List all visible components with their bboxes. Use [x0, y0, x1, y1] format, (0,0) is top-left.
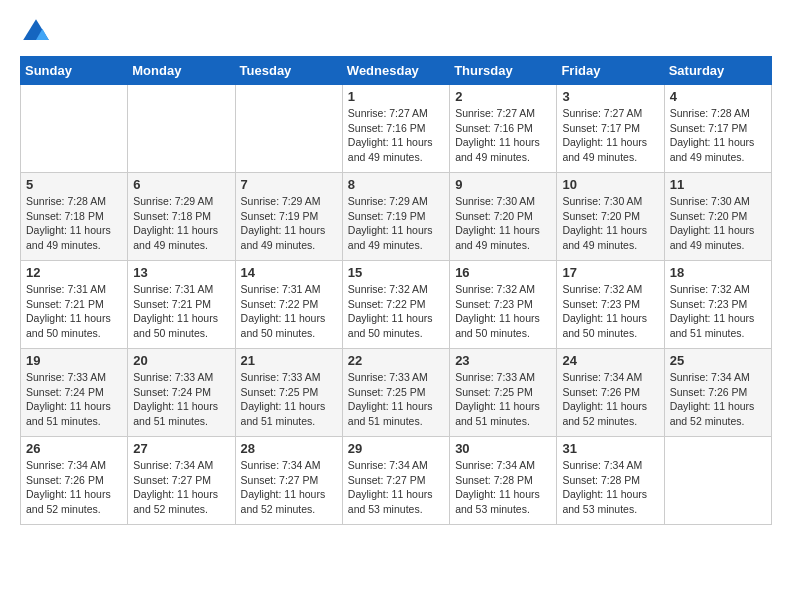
- day-number: 18: [670, 265, 766, 280]
- day-number: 27: [133, 441, 229, 456]
- day-number: 12: [26, 265, 122, 280]
- day-info: Sunrise: 7:27 AM Sunset: 7:16 PM Dayligh…: [348, 106, 444, 165]
- day-number: 3: [562, 89, 658, 104]
- calendar-week-row: 19Sunrise: 7:33 AM Sunset: 7:24 PM Dayli…: [21, 349, 772, 437]
- calendar-cell: 25Sunrise: 7:34 AM Sunset: 7:26 PM Dayli…: [664, 349, 771, 437]
- day-number: 23: [455, 353, 551, 368]
- calendar-week-row: 12Sunrise: 7:31 AM Sunset: 7:21 PM Dayli…: [21, 261, 772, 349]
- calendar-cell: 11Sunrise: 7:30 AM Sunset: 7:20 PM Dayli…: [664, 173, 771, 261]
- day-info: Sunrise: 7:34 AM Sunset: 7:28 PM Dayligh…: [455, 458, 551, 517]
- calendar-cell: 9Sunrise: 7:30 AM Sunset: 7:20 PM Daylig…: [450, 173, 557, 261]
- calendar-cell: 4Sunrise: 7:28 AM Sunset: 7:17 PM Daylig…: [664, 85, 771, 173]
- day-number: 30: [455, 441, 551, 456]
- day-number: 15: [348, 265, 444, 280]
- day-number: 10: [562, 177, 658, 192]
- calendar-cell: 1Sunrise: 7:27 AM Sunset: 7:16 PM Daylig…: [342, 85, 449, 173]
- calendar-cell: [235, 85, 342, 173]
- day-number: 1: [348, 89, 444, 104]
- day-number: 31: [562, 441, 658, 456]
- calendar-cell: 5Sunrise: 7:28 AM Sunset: 7:18 PM Daylig…: [21, 173, 128, 261]
- day-info: Sunrise: 7:28 AM Sunset: 7:18 PM Dayligh…: [26, 194, 122, 253]
- calendar-cell: 21Sunrise: 7:33 AM Sunset: 7:25 PM Dayli…: [235, 349, 342, 437]
- calendar-cell: 30Sunrise: 7:34 AM Sunset: 7:28 PM Dayli…: [450, 437, 557, 525]
- logo-icon: [20, 16, 52, 48]
- calendar-cell: 7Sunrise: 7:29 AM Sunset: 7:19 PM Daylig…: [235, 173, 342, 261]
- day-number: 16: [455, 265, 551, 280]
- calendar-cell: 16Sunrise: 7:32 AM Sunset: 7:23 PM Dayli…: [450, 261, 557, 349]
- calendar-cell: 27Sunrise: 7:34 AM Sunset: 7:27 PM Dayli…: [128, 437, 235, 525]
- calendar-cell: 29Sunrise: 7:34 AM Sunset: 7:27 PM Dayli…: [342, 437, 449, 525]
- day-header-sunday: Sunday: [21, 57, 128, 85]
- day-header-thursday: Thursday: [450, 57, 557, 85]
- calendar-week-row: 26Sunrise: 7:34 AM Sunset: 7:26 PM Dayli…: [21, 437, 772, 525]
- day-number: 26: [26, 441, 122, 456]
- day-header-saturday: Saturday: [664, 57, 771, 85]
- calendar-header-row: SundayMondayTuesdayWednesdayThursdayFrid…: [21, 57, 772, 85]
- day-number: 6: [133, 177, 229, 192]
- calendar-cell: 15Sunrise: 7:32 AM Sunset: 7:22 PM Dayli…: [342, 261, 449, 349]
- day-info: Sunrise: 7:31 AM Sunset: 7:21 PM Dayligh…: [133, 282, 229, 341]
- calendar-cell: [128, 85, 235, 173]
- day-number: 21: [241, 353, 337, 368]
- calendar-cell: 19Sunrise: 7:33 AM Sunset: 7:24 PM Dayli…: [21, 349, 128, 437]
- day-info: Sunrise: 7:34 AM Sunset: 7:27 PM Dayligh…: [241, 458, 337, 517]
- day-info: Sunrise: 7:31 AM Sunset: 7:22 PM Dayligh…: [241, 282, 337, 341]
- day-number: 28: [241, 441, 337, 456]
- day-info: Sunrise: 7:31 AM Sunset: 7:21 PM Dayligh…: [26, 282, 122, 341]
- day-info: Sunrise: 7:29 AM Sunset: 7:18 PM Dayligh…: [133, 194, 229, 253]
- day-number: 2: [455, 89, 551, 104]
- day-info: Sunrise: 7:33 AM Sunset: 7:25 PM Dayligh…: [455, 370, 551, 429]
- calendar-cell: 3Sunrise: 7:27 AM Sunset: 7:17 PM Daylig…: [557, 85, 664, 173]
- day-number: 11: [670, 177, 766, 192]
- day-number: 20: [133, 353, 229, 368]
- day-number: 13: [133, 265, 229, 280]
- day-info: Sunrise: 7:29 AM Sunset: 7:19 PM Dayligh…: [241, 194, 337, 253]
- day-header-monday: Monday: [128, 57, 235, 85]
- day-info: Sunrise: 7:27 AM Sunset: 7:16 PM Dayligh…: [455, 106, 551, 165]
- day-number: 4: [670, 89, 766, 104]
- logo: [20, 16, 56, 48]
- day-info: Sunrise: 7:29 AM Sunset: 7:19 PM Dayligh…: [348, 194, 444, 253]
- day-header-tuesday: Tuesday: [235, 57, 342, 85]
- day-info: Sunrise: 7:32 AM Sunset: 7:23 PM Dayligh…: [562, 282, 658, 341]
- day-info: Sunrise: 7:33 AM Sunset: 7:25 PM Dayligh…: [241, 370, 337, 429]
- page-header: [20, 16, 772, 48]
- day-info: Sunrise: 7:34 AM Sunset: 7:28 PM Dayligh…: [562, 458, 658, 517]
- day-info: Sunrise: 7:34 AM Sunset: 7:27 PM Dayligh…: [348, 458, 444, 517]
- day-info: Sunrise: 7:34 AM Sunset: 7:26 PM Dayligh…: [26, 458, 122, 517]
- calendar-cell: 20Sunrise: 7:33 AM Sunset: 7:24 PM Dayli…: [128, 349, 235, 437]
- day-number: 8: [348, 177, 444, 192]
- calendar-cell: 8Sunrise: 7:29 AM Sunset: 7:19 PM Daylig…: [342, 173, 449, 261]
- day-number: 17: [562, 265, 658, 280]
- calendar-cell: 26Sunrise: 7:34 AM Sunset: 7:26 PM Dayli…: [21, 437, 128, 525]
- calendar-cell: 12Sunrise: 7:31 AM Sunset: 7:21 PM Dayli…: [21, 261, 128, 349]
- day-number: 5: [26, 177, 122, 192]
- day-number: 9: [455, 177, 551, 192]
- day-info: Sunrise: 7:30 AM Sunset: 7:20 PM Dayligh…: [562, 194, 658, 253]
- day-number: 14: [241, 265, 337, 280]
- calendar-cell: 18Sunrise: 7:32 AM Sunset: 7:23 PM Dayli…: [664, 261, 771, 349]
- calendar-cell: 24Sunrise: 7:34 AM Sunset: 7:26 PM Dayli…: [557, 349, 664, 437]
- calendar-cell: 10Sunrise: 7:30 AM Sunset: 7:20 PM Dayli…: [557, 173, 664, 261]
- calendar-week-row: 1Sunrise: 7:27 AM Sunset: 7:16 PM Daylig…: [21, 85, 772, 173]
- calendar-cell: 13Sunrise: 7:31 AM Sunset: 7:21 PM Dayli…: [128, 261, 235, 349]
- day-info: Sunrise: 7:30 AM Sunset: 7:20 PM Dayligh…: [455, 194, 551, 253]
- day-info: Sunrise: 7:30 AM Sunset: 7:20 PM Dayligh…: [670, 194, 766, 253]
- day-header-friday: Friday: [557, 57, 664, 85]
- day-number: 22: [348, 353, 444, 368]
- day-info: Sunrise: 7:34 AM Sunset: 7:27 PM Dayligh…: [133, 458, 229, 517]
- calendar-table: SundayMondayTuesdayWednesdayThursdayFrid…: [20, 56, 772, 525]
- calendar-cell: 17Sunrise: 7:32 AM Sunset: 7:23 PM Dayli…: [557, 261, 664, 349]
- day-info: Sunrise: 7:32 AM Sunset: 7:22 PM Dayligh…: [348, 282, 444, 341]
- calendar-cell: [664, 437, 771, 525]
- day-number: 25: [670, 353, 766, 368]
- day-info: Sunrise: 7:33 AM Sunset: 7:24 PM Dayligh…: [26, 370, 122, 429]
- calendar-cell: 2Sunrise: 7:27 AM Sunset: 7:16 PM Daylig…: [450, 85, 557, 173]
- day-info: Sunrise: 7:32 AM Sunset: 7:23 PM Dayligh…: [670, 282, 766, 341]
- calendar-week-row: 5Sunrise: 7:28 AM Sunset: 7:18 PM Daylig…: [21, 173, 772, 261]
- day-info: Sunrise: 7:28 AM Sunset: 7:17 PM Dayligh…: [670, 106, 766, 165]
- calendar-cell: 14Sunrise: 7:31 AM Sunset: 7:22 PM Dayli…: [235, 261, 342, 349]
- day-number: 29: [348, 441, 444, 456]
- day-info: Sunrise: 7:34 AM Sunset: 7:26 PM Dayligh…: [562, 370, 658, 429]
- calendar-cell: 28Sunrise: 7:34 AM Sunset: 7:27 PM Dayli…: [235, 437, 342, 525]
